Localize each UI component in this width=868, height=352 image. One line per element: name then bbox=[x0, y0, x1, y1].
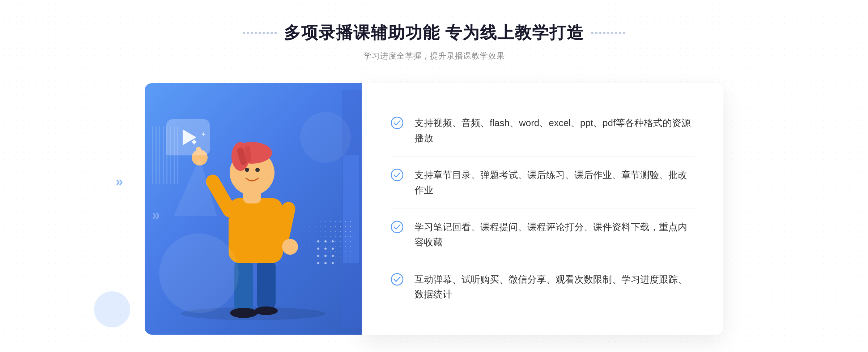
svg-point-31 bbox=[317, 262, 319, 264]
svg-rect-2 bbox=[257, 259, 276, 310]
feature-text-2: 支持章节目录、弹题考试、课后练习、课后作业、章节测验、批改作业 bbox=[414, 168, 694, 198]
bottom-left-circle bbox=[94, 291, 130, 327]
svg-rect-5 bbox=[229, 198, 283, 263]
main-content: ✦ ✦ » bbox=[145, 83, 723, 335]
decorative-dots-left bbox=[243, 32, 277, 34]
play-bubble bbox=[166, 119, 210, 155]
check-icon-3 bbox=[391, 220, 404, 233]
svg-point-39 bbox=[391, 221, 403, 233]
main-title: 多项录播课辅助功能 专为线上教学打造 bbox=[284, 22, 584, 44]
header-title-row: 多项录播课辅助功能 专为线上教学打造 bbox=[243, 22, 626, 44]
play-triangle-icon bbox=[183, 129, 196, 145]
illustration-panel: ✦ ✦ » bbox=[145, 83, 362, 335]
svg-point-3 bbox=[230, 308, 258, 318]
feature-item-2: 支持章节目录、弹题考试、课后练习、课后作业、章节测验、批改作业 bbox=[391, 157, 694, 209]
svg-point-17 bbox=[245, 168, 249, 172]
page-container: 多项录播课辅助功能 专为线上教学打造 学习进度全掌握，提升录播课教学效果 » bbox=[0, 0, 868, 352]
svg-point-7 bbox=[282, 239, 298, 255]
feature-item-1: 支持视频、音频、flash、word、excel、ppt、pdf等各种格式的资源… bbox=[391, 105, 694, 157]
svg-point-18 bbox=[255, 168, 260, 172]
decorative-dots-right bbox=[591, 32, 625, 34]
feature-text-4: 互动弹幕、试听购买、微信分享、观看次数限制、学习进度跟踪、数据统计 bbox=[414, 272, 694, 302]
header-section: 多项录播课辅助功能 专为线上教学打造 学习进度全掌握，提升录播课教学效果 bbox=[243, 22, 626, 61]
svg-text:»: » bbox=[152, 207, 160, 223]
feature-text-3: 学习笔记回看、课程提问、课程评论打分、课件资料下载，重点内容收藏 bbox=[414, 220, 694, 250]
feature-item-4: 互动弹幕、试听购买、微信分享、观看次数限制、学习进度跟踪、数据统计 bbox=[391, 261, 694, 313]
svg-point-33 bbox=[332, 262, 334, 264]
illus-dots bbox=[307, 219, 351, 262]
feature-text-1: 支持视频、音频、flash、word、excel、ppt、pdf等各种格式的资源… bbox=[414, 116, 694, 146]
svg-point-32 bbox=[324, 262, 327, 264]
illus-circle-2 bbox=[300, 112, 351, 163]
left-chevron-decoration: » bbox=[116, 174, 123, 189]
illus-circle-1 bbox=[159, 233, 239, 313]
svg-point-38 bbox=[391, 169, 403, 181]
check-icon-2 bbox=[391, 168, 404, 181]
svg-point-40 bbox=[391, 274, 403, 285]
svg-point-37 bbox=[391, 117, 403, 129]
features-panel: 支持视频、音频、flash、word、excel、ppt、pdf等各种格式的资源… bbox=[362, 83, 723, 335]
feature-item-3: 学习笔记回看、课程提问、课程评论打分、课件资料下载，重点内容收藏 bbox=[391, 209, 694, 261]
check-icon-4 bbox=[391, 273, 404, 286]
check-icon-1 bbox=[391, 116, 404, 129]
header-subtitle: 学习进度全掌握，提升录播课教学效果 bbox=[243, 51, 626, 61]
svg-point-4 bbox=[255, 306, 278, 315]
